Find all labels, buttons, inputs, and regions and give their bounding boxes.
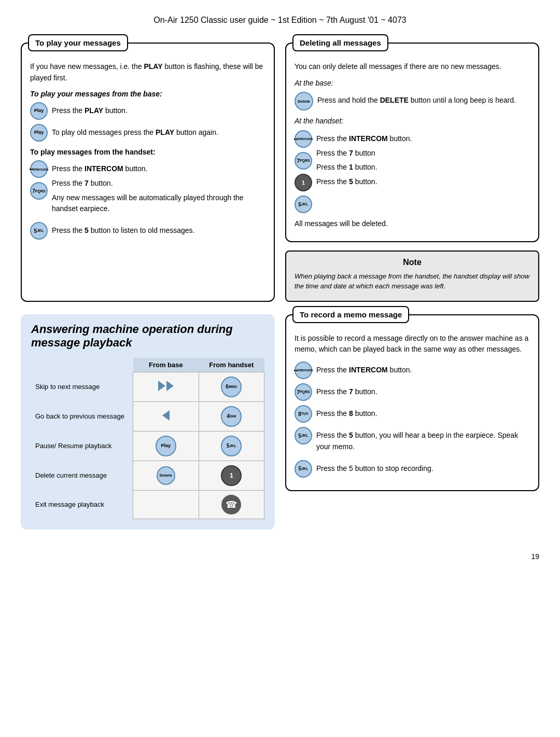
from-handset-step3: Press the 5 button to listen to old mess… (52, 225, 195, 237)
memo-step1: Press the INTERCOM button. (316, 365, 412, 376)
six-mno-button: 6MNO (221, 377, 242, 397)
page-number: 19 (21, 552, 539, 561)
from-handset-step2: Press the 7 button. (52, 178, 265, 189)
record-memo-intro: It is possible to record a message direc… (295, 333, 530, 355)
am-col-handset: From handset (199, 358, 264, 372)
am-table: From base From handset Skip to next mess… (31, 358, 264, 519)
play-handset-row2: 5JKL Press the 5 button to listen to old… (30, 222, 265, 240)
table-row: Exit message playback ☎ (31, 490, 264, 519)
memo-step5: Press the 5 button to stop recording. (316, 463, 433, 475)
header-title: On-Air 1250 Classic user guide ~ 1st Edi… (153, 16, 406, 24)
bottom-section: Answering machine operation during messa… (21, 314, 539, 540)
seven-button-icon: 7PQRS (30, 182, 48, 200)
am-col-label (31, 358, 133, 372)
table-row: Pause/ Resume playback Play 5JKL (31, 431, 264, 461)
intercom-button-memo: ••Intercom (295, 361, 312, 379)
row2-handset-icon: 4GHI (199, 401, 264, 431)
play-messages-title: To play your messages (28, 34, 128, 51)
intercom-button-icon: ••Intercom (30, 160, 48, 178)
memo-step2: Press the 7 button. (316, 386, 377, 398)
one-button-table: 1 (221, 465, 242, 486)
am-section-title: Answering machine operation during messa… (31, 323, 264, 350)
from-base-step2: To play old messages press the PLAY butt… (52, 127, 218, 138)
play-button-table: Play (156, 436, 176, 456)
row5-label: Exit message playback (31, 490, 133, 519)
play-base-row1: Play Press the PLAY button. (30, 102, 265, 120)
delete-messages-box: Deleting all messages You can only delet… (285, 43, 539, 242)
five-button-memo-1: 5JKL (295, 427, 312, 444)
one-button-icon-del: 1 (295, 174, 312, 191)
memo-row1: ••Intercom Press the INTERCOM button. (295, 361, 530, 379)
memo-row4: 5JKL Press the 5 button, you will hear a… (295, 427, 530, 455)
all-deleted-text: All messages will be deleted. (295, 218, 530, 230)
from-handset-note: Any new messages will be automatically p… (52, 192, 265, 215)
delete-button-icon-base: Delete (295, 92, 313, 110)
row3-handset-icon: 5JKL (199, 431, 264, 461)
delete-handset-step1: Press the INTERCOM button. (316, 133, 412, 145)
row2-label: Go back to previous message (31, 401, 133, 431)
am-section: Answering machine operation during messa… (21, 314, 275, 530)
row4-base-icon: Delete (133, 461, 199, 490)
play-intro: If you have new messages, i.e. the PLAY … (30, 61, 265, 84)
from-base-step1: Press the PLAY button. (52, 105, 128, 117)
row4-label: Delete current message (31, 461, 133, 490)
play-handset-row1: ••Intercom 7PQRS Press the INTERCOM butt… (30, 160, 265, 218)
delete-handset-rows: ••Intercom 7PQRS 1 5JKL Press the INTERC… (295, 130, 530, 213)
delete-messages-title: Deleting all messages (292, 34, 388, 51)
intercom-button-icon-del: ••Intercom (295, 130, 312, 148)
phone-end-button: ☎ (221, 495, 241, 514)
note-box: Note When playing back a message from th… (285, 251, 539, 302)
page-header: On-Air 1250 Classic user guide ~ 1st Edi… (21, 10, 539, 30)
play-button-icon-1: Play (30, 102, 48, 120)
row5-base-icon (133, 490, 199, 519)
seven-button-icon-del: 7PQRS (295, 152, 312, 170)
row1-label: Skip to next message (31, 372, 133, 401)
delete-handset-step3: Press the 1 button. (316, 162, 412, 173)
five-button-icon-left: 5JKL (30, 222, 48, 240)
row2-base-icon (133, 401, 199, 431)
delete-intro: You can only delete all messages if ther… (295, 61, 530, 73)
table-row: Delete current message Delete 1 (31, 461, 264, 490)
memo-step4: Press the 5 button, you will hear a beep… (316, 430, 530, 452)
row5-handset-icon: ☎ (199, 490, 264, 519)
at-handset-label: At the handset: (295, 116, 530, 127)
delete-button-table: Delete (157, 466, 175, 485)
play-button-icon-2: Play (30, 124, 48, 142)
row3-base-icon: Play (133, 431, 199, 461)
record-memo-title: To record a memo message (292, 306, 409, 323)
memo-row3: 8TUV Press the 8 button. (295, 405, 530, 423)
record-memo-column: To record a memo message It is possible … (285, 314, 539, 540)
note-text: When playing back a message from the han… (295, 271, 530, 291)
delete-base-step: Press and hold the DELETE button until a… (317, 95, 516, 106)
table-row: Go back to previous message 4GHI (31, 401, 264, 431)
five-button-memo-2: 5JKL (295, 460, 312, 478)
at-base-label: At the base: (295, 78, 530, 89)
row1-base-icon (133, 372, 199, 401)
five-jkl-button-pause: 5JKL (221, 436, 242, 456)
memo-row5: 5JKL Press the 5 button to stop recordin… (295, 460, 530, 478)
delete-handset-step4: Press the 5 button. (316, 176, 412, 188)
from-handset-step1: Press the INTERCOM button. (52, 163, 265, 175)
memo-step3: Press the 8 button. (316, 408, 377, 420)
row3-label: Pause/ Resume playback (31, 431, 133, 461)
am-col-base: From base (133, 358, 199, 372)
note-title: Note (295, 258, 530, 267)
delete-messages-column: Deleting all messages You can only delet… (285, 43, 539, 302)
play-messages-box: To play your messages If you have new me… (21, 43, 275, 302)
row4-handset-icon: 1 (199, 461, 264, 490)
eight-button-memo: 8TUV (295, 405, 312, 423)
table-row: Skip to next message 6MNO (31, 372, 264, 401)
from-handset-title: To play messages from the handset: (30, 148, 265, 156)
delete-handset-step2: Press the 7 button (316, 148, 412, 159)
seven-button-memo: 7PQRS (295, 383, 312, 401)
row1-handset-icon: 6MNO (199, 372, 264, 401)
delete-base-row: Delete Press and hold the DELETE button … (295, 92, 530, 110)
from-base-title: To play your messages from the base: (30, 90, 265, 98)
memo-row2: 7PQRS Press the 7 button. (295, 383, 530, 401)
record-memo-box: To record a memo message It is possible … (285, 314, 539, 491)
five-button-icon-del: 5JKL (295, 196, 312, 213)
play-base-row2: Play To play old messages press the PLAY… (30, 124, 265, 142)
four-ghi-button: 4GHI (221, 406, 242, 427)
